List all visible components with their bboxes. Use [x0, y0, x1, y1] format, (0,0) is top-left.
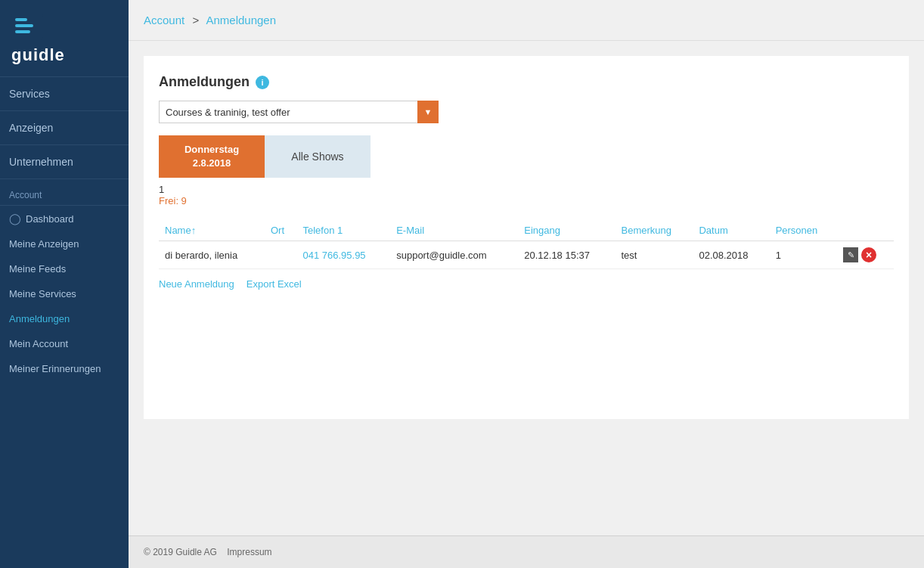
bottom-links: Neue Anmeldung Export Excel: [159, 278, 894, 290]
sidebar-item-dashboard-label: Dashboard: [26, 213, 74, 225]
breadcrumb-account-link[interactable]: Account: [144, 14, 184, 26]
alle-shows-button[interactable]: Alle Shows: [265, 135, 371, 178]
cell-actions: ✎ ×: [837, 241, 894, 269]
content-card: Anmeldungen i Donnerstag 2.8.2018 Alle S…: [144, 56, 909, 419]
breadcrumb-separator: >: [192, 14, 199, 26]
col-name[interactable]: Name↑: [159, 220, 265, 241]
col-personen[interactable]: Personen: [770, 220, 837, 241]
topbar: Account > Anmeldungen: [129, 0, 924, 41]
section-heading: Anmeldungen i: [159, 74, 894, 90]
col-datum[interactable]: Datum: [693, 220, 769, 241]
sidebar-item-meine-feeds-label: Meine Feeds: [9, 263, 66, 275]
sidebar-item-mein-account[interactable]: Mein Account: [0, 331, 129, 356]
cell-telefon: 041 766.95.95: [296, 241, 390, 269]
col-eingang[interactable]: Eingang: [518, 220, 615, 241]
person-icon: ◯: [9, 213, 21, 225]
cell-personen: 1: [770, 241, 837, 269]
footer: © 2019 Guidle AG Impressum: [129, 535, 924, 568]
neue-anmeldung-link[interactable]: Neue Anmeldung: [159, 278, 234, 290]
sidebar-item-meine-anzeigen-label: Meine Anzeigen: [9, 238, 79, 250]
col-actions: [837, 220, 894, 241]
sidebar-item-mein-account-label: Mein Account: [9, 338, 68, 349]
cell-datum: 02.08.2018: [693, 241, 769, 269]
telefon-link[interactable]: 041 766.95.95: [302, 250, 365, 261]
svg-rect-1: [15, 18, 27, 21]
sidebar-item-anzeigen[interactable]: Anzeigen: [0, 111, 129, 145]
date-btn-line2: 2.8.2018: [193, 157, 231, 169]
date-btn-line1: Donnerstag: [184, 144, 239, 155]
sidebar-item-meine-feeds[interactable]: Meine Feeds: [0, 256, 129, 281]
cell-ort: [265, 241, 297, 269]
col-ort[interactable]: Ort: [265, 220, 297, 241]
sidebar-item-meine-services-label: Meine Services: [9, 288, 76, 300]
registrations-table: Name↑ Ort Telefon 1 E-Mail Eingang Bemer…: [159, 220, 894, 269]
count-number: 1: [159, 184, 894, 195]
svg-rect-3: [15, 30, 30, 33]
cell-name: di berardo, ilenia: [159, 241, 265, 269]
info-icon[interactable]: i: [256, 76, 269, 89]
section-title: Anmeldungen: [159, 74, 250, 90]
delete-icon[interactable]: ×: [861, 247, 876, 262]
sidebar-item-unternehmen[interactable]: Unternehmen: [0, 145, 129, 179]
breadcrumb: Account > Anmeldungen: [144, 14, 909, 26]
cell-email: support@guidle.com: [390, 241, 518, 269]
sidebar-item-anmeldungen-label: Anmeldungen: [9, 313, 70, 324]
logo-text: guidle: [11, 45, 117, 65]
count-info: 1 Frei: 9: [159, 184, 894, 206]
footer-copyright: © 2019 Guidle AG: [144, 547, 217, 557]
sidebar-item-dashboard[interactable]: ◯ Dashboard: [0, 206, 129, 231]
breadcrumb-current: Anmeldungen: [206, 14, 276, 26]
sidebar-item-meiner-erinnerungen-label: Meiner Erinnerungen: [9, 363, 101, 374]
edit-icon[interactable]: ✎: [843, 247, 858, 262]
col-telefon[interactable]: Telefon 1: [296, 220, 390, 241]
cell-bemerkung: test: [615, 241, 693, 269]
show-buttons: Donnerstag 2.8.2018 Alle Shows: [159, 135, 894, 178]
account-section-label: Account: [0, 182, 129, 206]
footer-impressum-link[interactable]: Impressum: [227, 547, 271, 557]
alle-shows-label: Alle Shows: [291, 151, 343, 163]
frei-label: Frei: 9: [159, 195, 894, 206]
export-excel-link[interactable]: Export Excel: [247, 278, 302, 290]
event-dropdown[interactable]: [159, 101, 439, 123]
col-bemerkung[interactable]: Bemerkung: [615, 220, 693, 241]
svg-rect-2: [15, 24, 33, 27]
content-area: Anmeldungen i Donnerstag 2.8.2018 Alle S…: [129, 41, 924, 535]
sidebar-item-meiner-erinnerungen[interactable]: Meiner Erinnerungen: [0, 356, 129, 381]
sidebar-item-services[interactable]: Services: [0, 77, 129, 111]
sidebar: guidle Services Anzeigen Unternehmen Acc…: [0, 0, 129, 568]
sidebar-item-anmeldungen[interactable]: Anmeldungen: [0, 306, 129, 331]
logo-area: guidle: [0, 0, 129, 77]
sidebar-item-meine-services[interactable]: Meine Services: [0, 281, 129, 306]
col-email[interactable]: E-Mail: [390, 220, 518, 241]
table-header-row: Name↑ Ort Telefon 1 E-Mail Eingang Bemer…: [159, 220, 894, 241]
main-area: Account > Anmeldungen Anmeldungen i Donn…: [129, 0, 924, 568]
dropdown-wrapper: [159, 101, 439, 123]
logo-icon: [11, 14, 43, 40]
table-row: di berardo, ilenia 041 766.95.95 support…: [159, 241, 894, 269]
cell-eingang: 20.12.18 15:37: [518, 241, 615, 269]
sidebar-item-meine-anzeigen[interactable]: Meine Anzeigen: [0, 231, 129, 256]
dropdown-toggle-button[interactable]: [417, 101, 439, 123]
date-button[interactable]: Donnerstag 2.8.2018: [159, 135, 265, 178]
